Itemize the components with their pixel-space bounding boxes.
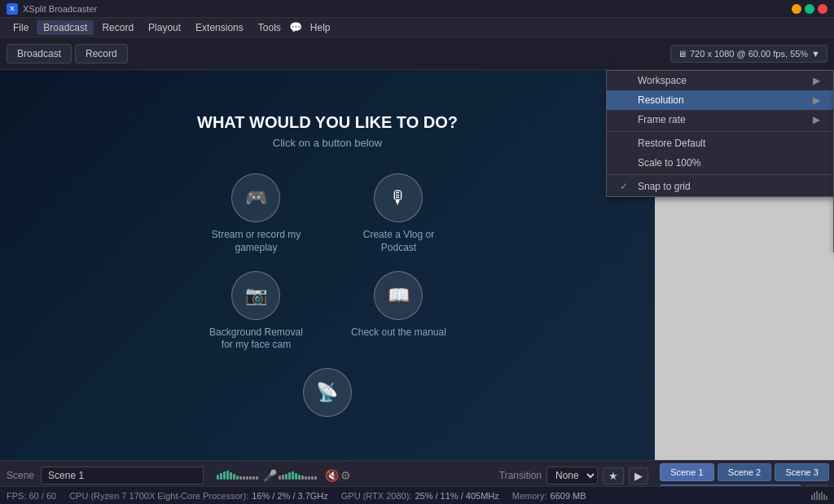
transition-add-button[interactable]: ★: [603, 467, 624, 484]
toolbar: Broadcast Record 🖥 720 x 1080 @ 60.00 fp…: [0, 37, 834, 70]
chat-icon[interactable]: 💬: [289, 21, 302, 33]
arrow-workspace: ▶: [813, 75, 820, 86]
scenes-row-1: Scene 1 Scene 2 Scene 3: [655, 460, 834, 483]
title-bar-left: X XSplit Broadcaster: [7, 3, 97, 15]
title-bar: X XSplit Broadcaster: [0, 0, 834, 18]
resolution-dropdown: Workspace ▶ Resolution ▶ ✓ 720 x 1080 - …: [606, 70, 834, 197]
preview-title: WHAT WOULD YOU LIKE TO DO?: [197, 113, 458, 132]
option-bgremoval[interactable]: 📷 Background Removal for my face cam: [197, 271, 315, 352]
svg-rect-2: [223, 471, 226, 480]
minimize-button[interactable]: [792, 4, 801, 14]
dropdown-workspace[interactable]: Workspace ▶: [607, 71, 833, 90]
options-grid: 🎮 Stream or record my gameplay 🎙 Create …: [197, 173, 458, 351]
option-manual[interactable]: 📖 Check out the manual: [340, 271, 458, 352]
preview-content: WHAT WOULD YOU LIKE TO DO? Click on a bu…: [197, 113, 458, 416]
svg-rect-29: [821, 492, 823, 500]
svg-rect-16: [288, 472, 291, 480]
scene-label: Scene: [7, 470, 34, 481]
svg-rect-6: [236, 476, 239, 480]
option-more[interactable]: 📡: [197, 368, 458, 417]
svg-rect-27: [816, 491, 818, 500]
mic-icon: 🎤: [263, 469, 277, 482]
dropdown-scale100[interactable]: Scale to 100%: [607, 153, 833, 173]
menu-help[interactable]: Help: [304, 20, 337, 35]
fps-label: FPS: 60 / 60: [7, 491, 56, 501]
svg-rect-19: [298, 475, 301, 480]
status-bar-graph: [811, 489, 827, 502]
svg-rect-8: [243, 476, 245, 480]
svg-rect-5: [233, 474, 235, 480]
menu-tools[interactable]: Tools: [252, 20, 288, 35]
svg-rect-12: [256, 476, 258, 480]
option-gameplay[interactable]: 🎮 Stream or record my gameplay: [197, 173, 315, 254]
svg-rect-25: [811, 495, 813, 500]
performance-graph: [811, 489, 827, 500]
svg-rect-22: [308, 476, 310, 480]
dropdown-resolution[interactable]: Resolution ▶ ✓ 720 x 1080 - Yellow Duck …: [607, 90, 833, 110]
svg-rect-13: [279, 476, 281, 480]
broadcast-button[interactable]: Broadcast: [7, 44, 72, 64]
gpu-label: GPU (RTX 2080):: [341, 491, 412, 501]
svg-rect-14: [282, 475, 284, 480]
gpu-status: GPU (RTX 2080): 25% / 11% / 405MHz: [341, 491, 499, 501]
transition-select[interactable]: None: [546, 467, 598, 484]
menu-extensions[interactable]: Extensions: [189, 20, 250, 35]
option-vlog[interactable]: 🎙 Create a Vlog or Podcast: [340, 173, 458, 254]
svg-rect-7: [239, 476, 242, 480]
arrow-framerate: ▶: [813, 114, 820, 125]
memory-value: 6609 MB: [551, 491, 586, 501]
svg-rect-3: [226, 471, 229, 480]
transition-section: Transition None ★ ▶: [499, 467, 648, 484]
menu-record[interactable]: Record: [95, 20, 140, 35]
svg-rect-30: [823, 494, 825, 500]
svg-rect-4: [230, 472, 232, 480]
chevron-down-icon: ▼: [811, 49, 820, 59]
close-button[interactable]: [818, 4, 827, 14]
transition-label: Transition: [499, 470, 542, 481]
maximize-button[interactable]: [805, 4, 814, 14]
svg-rect-20: [301, 476, 304, 480]
svg-rect-26: [814, 493, 815, 500]
svg-rect-24: [314, 476, 317, 480]
record-button[interactable]: Record: [75, 44, 128, 64]
dropdown-snaptogrid[interactable]: ✓ Snap to grid: [607, 177, 833, 196]
gpu-value: 25% / 11% / 405MHz: [415, 491, 498, 501]
vlog-label: Create a Vlog or Podcast: [349, 229, 447, 254]
svg-rect-15: [285, 474, 288, 480]
vlog-icon: 🎙: [374, 173, 423, 222]
bgremoval-icon: 📷: [231, 271, 280, 320]
svg-rect-23: [311, 476, 314, 480]
svg-rect-11: [252, 476, 255, 480]
scene-btn-2[interactable]: Scene 2: [718, 463, 772, 481]
cpu-status: CPU (Ryzen 7 1700X Eight-Core Processor)…: [69, 491, 328, 501]
fps-status: FPS: 60 / 60: [7, 491, 56, 501]
gameplay-label: Stream or record my gameplay: [207, 229, 305, 254]
menu-file[interactable]: File: [7, 20, 35, 35]
bgremoval-label: Background Removal for my face cam: [207, 327, 305, 352]
preview-area: WHAT WOULD YOU LIKE TO DO? Click on a bu…: [0, 70, 655, 460]
scene-btn-1[interactable]: Scene 1: [660, 463, 714, 481]
scene-name-input[interactable]: [41, 467, 204, 484]
resolution-button[interactable]: 🖥 720 x 1080 @ 60.00 fps, 55% ▼: [670, 45, 827, 63]
separator-1: [607, 131, 833, 132]
gameplay-icon: 🎮: [231, 173, 280, 222]
dropdown-framerate[interactable]: Frame rate ▶: [607, 110, 833, 129]
menu-bar: File Broadcast Record Playout Extensions…: [0, 18, 834, 37]
svg-rect-9: [246, 476, 248, 480]
svg-rect-28: [819, 493, 820, 500]
scene-btn-3[interactable]: Scene 3: [775, 463, 829, 481]
menu-broadcast[interactable]: Broadcast: [37, 20, 94, 35]
gear-icon[interactable]: ⚙: [340, 469, 351, 482]
separator-2: [607, 174, 833, 175]
memory-status: Memory: 6609 MB: [512, 491, 586, 501]
status-bar: FPS: 60 / 60 CPU (Ryzen 7 1700X Eight-Co…: [0, 486, 834, 504]
speaker-icon: 🔇: [325, 469, 339, 482]
menu-playout[interactable]: Playout: [142, 20, 187, 35]
svg-rect-31: [826, 496, 827, 500]
app-icon: X: [7, 3, 18, 15]
svg-rect-21: [305, 476, 307, 480]
dropdown-restore[interactable]: Restore Default: [607, 134, 833, 153]
monitor-icon: 🖥: [678, 49, 687, 59]
svg-rect-10: [249, 476, 252, 480]
transition-settings-button[interactable]: ▶: [629, 467, 648, 484]
